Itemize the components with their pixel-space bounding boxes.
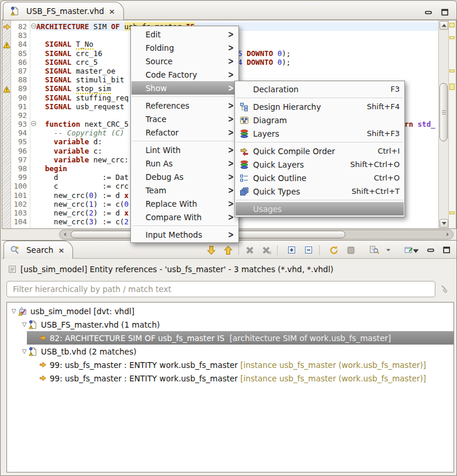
menu-item-label: Show (146, 84, 167, 93)
search-view-tab[interactable]: Search × (4, 241, 73, 259)
search-tab-close-icon[interactable]: × (57, 246, 64, 255)
menu-item-input-methods[interactable]: Input Methods> (131, 228, 238, 241)
search-match-row[interactable]: 82: ARCHITECTURE SIM OF usb_fs_master IS… (7, 331, 453, 345)
search-tab-title: Search (26, 245, 53, 255)
layers-icon (238, 160, 250, 169)
editor-tab[interactable]: USB_FS_master.vhd × (3, 2, 124, 20)
menu-item-compare-with[interactable]: Compare With> (131, 210, 238, 224)
editor-tab-close-icon[interactable]: × (108, 7, 115, 16)
vertical-scrollbar[interactable] (438, 20, 448, 228)
application-window: USB_FS_master.vhd × 82838485868788899091… (0, 0, 457, 476)
expand-all-icon[interactable] (285, 243, 299, 257)
scroll-down-button[interactable] (439, 219, 448, 228)
menu-shortcut: Shift+F4 (367, 102, 400, 111)
editor-maximize-icon[interactable] (441, 7, 449, 18)
line-number: 90 (12, 93, 27, 102)
vertical-scroll-thumb[interactable] (439, 83, 448, 141)
warning-marker-icon[interactable] (3, 84, 11, 95)
menu-item-debug-as[interactable]: Debug As> (131, 170, 238, 183)
line-number: 93 (12, 120, 27, 128)
remove-match-icon[interactable] (243, 243, 257, 257)
menu-item-usages[interactable]: Usages (236, 202, 404, 216)
line-number: 85 (12, 49, 27, 58)
dropdown-chevron-icon[interactable] (385, 243, 392, 257)
menu-item-label: Quick Outline (253, 173, 306, 183)
menu-shortcut: Shift+Ctrl+T (352, 187, 400, 196)
submenu-arrow-icon: > (228, 144, 234, 155)
menu-item-code-factory[interactable]: Code Factory> (131, 68, 238, 81)
menu-item-quick-compile-order[interactable]: Quick Compile OrderCtrl+I (236, 144, 404, 158)
menu-item-folding[interactable]: Folding> (131, 41, 238, 54)
menu-item-diagram[interactable]: Diagram (236, 113, 404, 127)
overview-warning-marker[interactable] (449, 23, 455, 27)
view-menu-icon[interactable] (413, 245, 419, 256)
collapse-all-icon[interactable] (302, 243, 316, 257)
tree-expander-icon[interactable]: ▽ (20, 321, 29, 328)
overview-warning-marker[interactable] (449, 211, 455, 214)
menu-item-edit[interactable]: Edit> (131, 27, 238, 41)
submenu-arrow-icon: > (228, 113, 234, 124)
tree-node-row[interactable]: ▽usb_sim_model [dvt: vhdl] (7, 304, 453, 318)
annotation-ruler[interactable] (2, 20, 11, 228)
menu-item-references[interactable]: References> (131, 99, 238, 112)
menu-item-replace-with[interactable]: Replace With> (131, 197, 238, 210)
menu-separator (131, 139, 238, 143)
overview-warning-marker[interactable] (449, 36, 455, 39)
menu-item-label: Lint With (146, 145, 181, 155)
line-number: 83 (12, 31, 27, 40)
menu-item-quick-outline[interactable]: Quick OutlineCtrl+O (236, 171, 404, 185)
arrow-down-icon[interactable] (204, 243, 218, 257)
menu-item-design-hierarchy[interactable]: Design HierarchyShift+F4 (236, 100, 404, 113)
remove-all-icon[interactable] (259, 243, 273, 257)
scroll-left-button[interactable]: ‹ (61, 231, 70, 238)
tree-node-row[interactable]: ▽USB_FS_master.vhd (1 match) (7, 318, 453, 331)
fold-collapse-marker[interactable]: − (31, 23, 36, 29)
menu-item-label: Declaration (253, 85, 299, 94)
overview-warning-marker[interactable] (449, 84, 455, 90)
match-arrow-icon (39, 361, 47, 369)
editor-minimize-icon[interactable] (425, 7, 432, 18)
filter-input[interactable] (6, 281, 435, 297)
submenu-arrow-icon: > (228, 198, 234, 209)
horizontal-scrollbar[interactable]: ‹ › (59, 230, 453, 239)
scroll-right-button[interactable]: › (443, 231, 452, 238)
menu-shortcut: F3 (390, 85, 400, 93)
search-view: Search × [usb_sim_model] Entity referenc… (2, 240, 456, 475)
last-location-arrow-icon[interactable] (3, 22, 11, 33)
previous-searches-icon[interactable] (368, 243, 382, 257)
tree-expander-icon[interactable]: ▽ (20, 348, 29, 355)
menu-item-layers[interactable]: LayersShift+F3 (236, 127, 404, 140)
menu-separator (131, 224, 238, 228)
overview-ruler[interactable] (448, 20, 456, 228)
search-match-row[interactable]: 99: usb_fs_master : ENTITY work.usb_fs_m… (7, 371, 453, 385)
search-results-tree[interactable]: ▽usb_sim_model [dvt: vhdl]▽USB_FS_master… (6, 302, 454, 472)
menu-item-show[interactable]: Show> (131, 81, 238, 95)
menu-item-quick-layers[interactable]: Quick LayersShift+Ctrl+O (236, 158, 404, 171)
menu-item-label: Quick Types (253, 187, 300, 196)
menu-item-refactor[interactable]: Refactor> (131, 126, 238, 139)
menu-item-label: Refactor (146, 128, 179, 137)
clear-filter-icon[interactable] (440, 284, 449, 296)
tree-expander-icon[interactable]: ▽ (9, 308, 18, 314)
tree-node-row[interactable]: ▽USB_tb.vhd (2 matches) (7, 345, 453, 358)
cancel-search-icon[interactable] (344, 243, 358, 257)
menu-item-lint-with[interactable]: Lint With> (131, 143, 238, 157)
warning-marker-icon[interactable] (3, 40, 11, 51)
menu-item-source[interactable]: Source> (131, 54, 238, 68)
scroll-up-button[interactable] (439, 21, 448, 30)
menu-item-quick-types[interactable]: Quick TypesShift+Ctrl+T (236, 185, 404, 198)
overview-warning-marker[interactable] (449, 70, 455, 72)
menu-item-run-as[interactable]: Run As> (131, 157, 238, 170)
menu-item-declaration[interactable]: DeclarationF3 (236, 82, 404, 96)
rerun-search-icon[interactable] (327, 243, 341, 257)
maximize-icon[interactable] (443, 245, 451, 256)
folding-ruler[interactable]: −− (30, 20, 36, 228)
search-match-row[interactable]: 99: usb_fs_master : ENTITY work.usb_fs_m… (7, 358, 453, 371)
arrow-up-icon[interactable] (221, 243, 235, 257)
minimize-icon[interactable] (427, 245, 435, 256)
menu-item-team[interactable]: Team> (131, 183, 238, 197)
menu-item-label: Compare With (146, 213, 202, 222)
fold-collapse-marker[interactable]: − (31, 121, 36, 126)
submenu-arrow-icon: > (228, 55, 234, 67)
menu-item-trace[interactable]: Trace> (131, 112, 238, 126)
